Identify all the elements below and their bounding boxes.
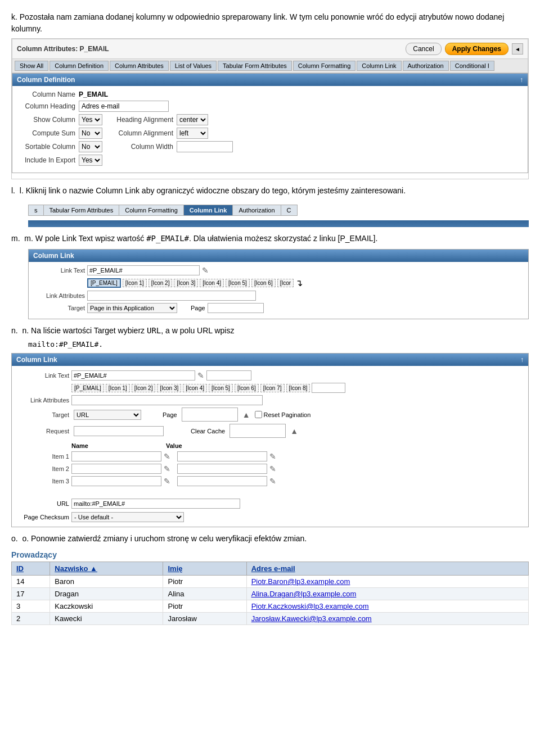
request-input-large[interactable]	[74, 426, 164, 436]
ts-column-formatting[interactable]: Column Formatting	[119, 205, 184, 215]
section-up-icon[interactable]: ↑	[520, 76, 523, 84]
apply-changes-button[interactable]: Apply Changes	[445, 43, 508, 55]
item1-row: Item 1 ✎ ✎	[19, 451, 521, 461]
sub-icon6-small[interactable]: [Icon 6]	[251, 279, 276, 287]
page-up-icon: ▲	[242, 410, 250, 419]
link-text-input-small[interactable]	[87, 265, 200, 275]
clear-cache-up-icon: ▲	[290, 427, 298, 436]
ts-c[interactable]: C	[281, 205, 297, 215]
tab-column-definition[interactable]: Column Definition	[50, 61, 109, 71]
reset-pagination-checkbox[interactable]	[255, 411, 262, 418]
page-textarea-large[interactable]	[182, 408, 238, 422]
item1-name-pencil[interactable]: ✎	[164, 452, 170, 461]
link-attr-input-large[interactable]	[71, 395, 263, 405]
sortable-column-select[interactable]: NoYes	[79, 141, 102, 152]
item1-name-input[interactable]	[71, 451, 161, 461]
target-select-large[interactable]: URL Page in this Application	[74, 410, 141, 420]
col-link-up-icon[interactable]: ↑	[520, 356, 524, 364]
cell-id-1: 14	[12, 576, 50, 588]
tab-column-attributes[interactable]: Column Attributes	[110, 61, 169, 71]
clear-cache-textarea-large[interactable]	[230, 424, 286, 438]
page-label-small: Page	[191, 305, 205, 311]
th-id-link[interactable]: ID	[16, 564, 24, 573]
heading-align-select[interactable]: centerleftright	[177, 114, 208, 125]
url-input[interactable]	[71, 499, 240, 509]
tab-column-link[interactable]: Column Link	[357, 61, 401, 71]
page-input-small[interactable]	[208, 303, 264, 313]
item3-name-pencil[interactable]: ✎	[164, 477, 170, 486]
sub-icon4-small[interactable]: [Icon 4]	[200, 279, 224, 287]
sub-icor-small[interactable]: [Icor	[277, 279, 294, 287]
compute-sum-label: Compute Sum	[19, 129, 75, 137]
item3-value-input[interactable]	[177, 476, 267, 486]
include-in-export-label: Include In Export	[19, 156, 75, 164]
link-text-pencil-large[interactable]: ✎	[197, 371, 204, 380]
sub-icon2-small[interactable]: [Icon 2]	[148, 279, 173, 287]
sub-extra-input-large[interactable]	[312, 383, 345, 393]
th-imie[interactable]: Imię	[163, 562, 246, 576]
item2-name-pencil[interactable]: ✎	[164, 464, 170, 473]
sub-icon2-large[interactable]: [Icon 2]	[132, 384, 156, 392]
column-name-label: Column Name	[19, 90, 75, 98]
tab-list-of-values[interactable]: List of Values	[170, 61, 217, 71]
link-text-input-large[interactable]	[71, 370, 195, 381]
sub-icon1-small[interactable]: [Icon 1]	[123, 279, 147, 287]
tab-column-formatting[interactable]: Column Formatting	[293, 61, 356, 71]
item3-name-input[interactable]	[71, 476, 161, 486]
sub-icon8-large[interactable]: [Icon 8]	[286, 384, 310, 392]
tab-show-all[interactable]: Show All	[15, 61, 48, 71]
item2-value-pencil[interactable]: ✎	[269, 464, 276, 473]
column-heading-row: Column Heading	[19, 101, 521, 112]
ts-authorization[interactable]: Authorization	[233, 205, 281, 215]
item1-value-pencil[interactable]: ✎	[269, 452, 276, 461]
link-text-pencil-small[interactable]: ✎	[202, 266, 209, 275]
sub-icon3-small[interactable]: [Icon 3]	[174, 279, 198, 287]
column-heading-input[interactable]	[79, 101, 169, 112]
sub-p-email-large[interactable]: [P_EMAIL]	[71, 384, 104, 392]
sub-icon1-large[interactable]: [Icon 1]	[106, 384, 130, 392]
th-id[interactable]: ID	[12, 562, 50, 576]
url-row: URL	[19, 499, 521, 509]
th-email-link[interactable]: Adres e-mail	[251, 564, 295, 573]
sub-icon6-large[interactable]: [Icon 6]	[235, 384, 259, 392]
sub-icon5-large[interactable]: [Icon 5]	[209, 384, 233, 392]
th-nazwisko-link[interactable]: Nazwisko ▲	[55, 564, 97, 573]
link-attr-input-small[interactable]	[87, 291, 256, 301]
email-link-4[interactable]: Jarosław.Kawecki@lp3.example.com	[251, 614, 372, 623]
email-link-2[interactable]: Alina.Dragan@lp3.example.com	[251, 590, 357, 598]
tab-conditional[interactable]: Conditional I	[450, 61, 494, 71]
item1-value-input[interactable]	[177, 451, 267, 461]
compute-sum-select[interactable]: NoYes	[79, 128, 102, 139]
target-label-small: Target	[34, 305, 85, 311]
email-link-3[interactable]: Piotr.Kaczkowski@lp3.example.com	[251, 602, 369, 610]
tab-authorization[interactable]: Authorization	[403, 61, 449, 71]
cancel-button[interactable]: Cancel	[406, 43, 441, 55]
page-checksum-select[interactable]: - Use default -	[71, 512, 184, 522]
link-text-extra-input-large[interactable]	[206, 370, 251, 381]
sub-p-email-small[interactable]: [P_EMAIL]	[87, 278, 121, 288]
back-arrow-button[interactable]: ◄	[512, 43, 523, 55]
step-m-text2: . Dla ułatwienia możesz skorzystać z lin…	[189, 234, 377, 243]
th-nazwisko[interactable]: Nazwisko ▲	[50, 562, 163, 576]
column-align-select[interactable]: leftcenterright	[177, 128, 208, 139]
item2-value-input[interactable]	[177, 464, 267, 474]
column-width-input[interactable]	[177, 141, 233, 152]
include-in-export-select[interactable]: YesNo	[79, 155, 102, 166]
ts-s[interactable]: s	[29, 205, 44, 215]
sub-icon5-small[interactable]: [Icon 5]	[226, 279, 250, 287]
show-column-select[interactable]: YesNo	[79, 114, 102, 125]
sortable-column-row: Sortable Column NoYes Column Width	[19, 141, 521, 152]
ts-tabular-form-attributes[interactable]: Tabular Form Attributes	[44, 205, 120, 215]
email-link-1[interactable]: Piotr.Baron@lp3.example.com	[251, 577, 350, 586]
th-imie-link[interactable]: Imię	[168, 564, 182, 573]
target-select-small[interactable]: Page in this Application URL	[87, 303, 177, 313]
sub-icon3-large[interactable]: [Icon 3]	[157, 384, 181, 392]
sub-icon4-large[interactable]: [Icon 4]	[183, 384, 207, 392]
item2-name-input[interactable]	[71, 464, 161, 474]
ts-column-link[interactable]: Column Link	[184, 205, 233, 215]
tab-tabular-form-attributes[interactable]: Tabular Form Attributes	[218, 61, 292, 71]
cell-imie-1: Piotr	[163, 576, 246, 588]
item3-value-pencil[interactable]: ✎	[269, 477, 276, 486]
th-email[interactable]: Adres e-mail	[246, 562, 528, 576]
sub-icon7-large[interactable]: [Icon 7]	[260, 384, 285, 392]
